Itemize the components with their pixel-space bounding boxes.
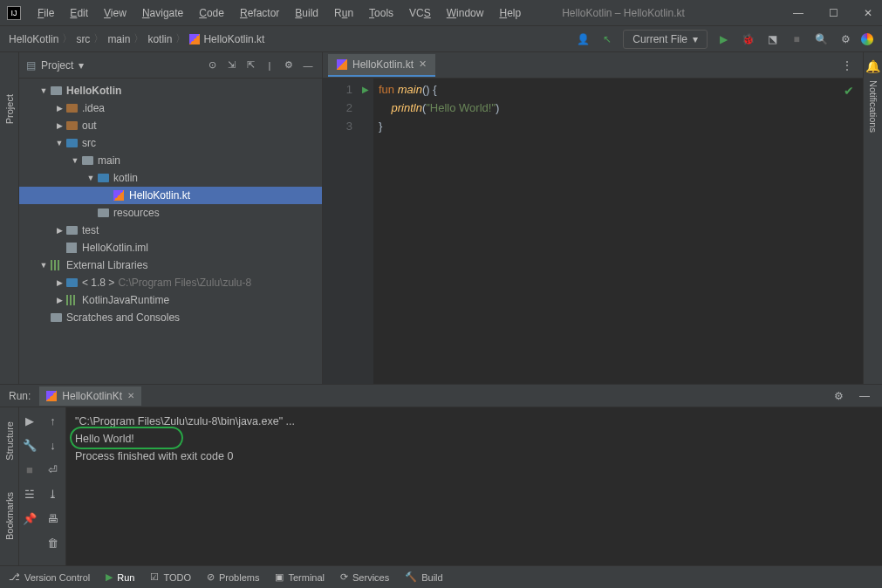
breadcrumb-item[interactable]: HelloKotlin.kt (203, 33, 264, 45)
locate-icon[interactable]: ⊙ (205, 58, 219, 72)
tree-node[interactable]: Scratches and Consoles (19, 309, 322, 326)
tree-node[interactable]: ▼src (19, 134, 322, 152)
left-tool-strip: Project (0, 52, 19, 384)
notifications-icon[interactable]: 🔔 (865, 59, 880, 73)
tree-node[interactable]: ▶test (19, 222, 322, 239)
wrap-icon[interactable]: ⏎ (45, 462, 61, 477)
close-button[interactable]: ✕ (861, 6, 875, 20)
services-tab[interactable]: ⟳Services (340, 571, 389, 583)
code-editor[interactable]: fun main() { println("Hello World!") } (373, 79, 863, 384)
close-icon[interactable]: ✕ (127, 391, 134, 400)
menu-build[interactable]: Build (289, 3, 325, 23)
add-user-icon[interactable]: 👤 (574, 31, 591, 48)
structure-tool-tab[interactable]: Structure (3, 414, 17, 468)
menu-refactor[interactable]: Refactor (234, 3, 285, 23)
console-line: Hello World! (75, 430, 873, 448)
window-controls: — ☐ ✕ (791, 6, 875, 20)
tree-node[interactable]: ▶< 1.8 >C:\Program Files\Zulu\zulu-8 (19, 274, 322, 291)
stop-button[interactable]: ■ (22, 462, 38, 477)
breadcrumb-item[interactable]: HelloKotlin (9, 33, 58, 45)
menu-edit[interactable]: Edit (64, 3, 94, 23)
tree-node[interactable]: ▶.idea (19, 99, 322, 117)
coverage-button[interactable]: ⬔ (763, 31, 781, 48)
kotlin-icon (337, 59, 347, 70)
menu-help[interactable]: Help (493, 3, 527, 23)
tree-node[interactable]: ▼main (19, 152, 322, 169)
pin-icon[interactable]: 📌 (22, 510, 38, 526)
layout-icon[interactable]: ☱ (22, 486, 38, 502)
run-tab-bottom[interactable]: ▶Run (106, 571, 134, 583)
terminal-tab[interactable]: ▣Terminal (275, 571, 325, 583)
menu-vcs[interactable]: VCS (403, 3, 437, 23)
version-control-tab[interactable]: ⎇Version Control (9, 571, 90, 583)
kotlin-icon (189, 34, 200, 44)
tree-node[interactable]: HelloKotlin.kt (19, 187, 322, 204)
settings-icon[interactable]: ⚙ (830, 387, 847, 405)
maximize-button[interactable]: ☐ (826, 6, 840, 20)
editor-more-icon[interactable]: ⋮ (831, 59, 863, 72)
project-tool-tab[interactable]: Project (3, 87, 17, 131)
run-tab-label: HelloKotlinKt (62, 390, 122, 402)
titlebar: IJ File Edit View Navigate Code Refactor… (0, 0, 882, 26)
up-arrow-icon[interactable]: ↑ (45, 413, 61, 428)
bookmarks-tool-tab[interactable]: Bookmarks (3, 485, 17, 547)
back-arrow-icon[interactable]: ↖ (598, 31, 616, 48)
console-output[interactable]: "C:\Program Files\Zulu\zulu-8\bin\java.e… (66, 407, 882, 565)
menu-tools[interactable]: Tools (363, 3, 400, 23)
hide-icon[interactable]: — (301, 58, 315, 72)
run-config-dropdown[interactable]: Current File ▾ (623, 30, 708, 49)
tree-node[interactable]: ▼kotlin (19, 169, 322, 187)
collapse-icon[interactable]: ⇱ (243, 58, 257, 72)
hide-icon[interactable]: — (856, 387, 873, 405)
debug-button[interactable]: 🐞 (739, 31, 756, 48)
editor-tab[interactable]: HelloKotlin.kt ✕ (328, 54, 435, 77)
project-panel: ▤ Project ▾ ⊙ ⇲ ⇱ | ⚙ — ▼ HelloKotlin ▶.… (19, 52, 323, 384)
jetbrains-icon[interactable] (861, 33, 873, 45)
navbar: HelloKotlin〉 src〉 main〉 kotlin〉 HelloKot… (0, 26, 882, 52)
inspection-ok-icon[interactable]: ✔ (844, 84, 854, 98)
run-tab[interactable]: HelloKotlinKt ✕ (39, 386, 141, 406)
menu-view[interactable]: View (98, 3, 133, 23)
project-panel-selector[interactable]: ▤ Project ▾ (26, 59, 84, 72)
tree-root[interactable]: ▼ HelloKotlin (19, 82, 322, 99)
expand-icon[interactable]: ⇲ (224, 58, 238, 72)
settings-icon[interactable]: ⚙ (837, 31, 854, 48)
close-tab-icon[interactable]: ✕ (419, 58, 427, 70)
menu-run[interactable]: Run (328, 3, 359, 23)
window-title: HelloKotlin – HelloKotlin.kt (562, 7, 685, 19)
project-tree[interactable]: ▼ HelloKotlin ▶.idea▶out▼src▼main▼kotlin… (19, 79, 322, 384)
tree-node[interactable]: ▼External Libraries (19, 256, 322, 274)
run-toolbar-right: ↑ ↓ ⏎ ⤓ 🖶 🗑 (40, 407, 66, 565)
breadcrumb-item[interactable]: kotlin (147, 33, 172, 45)
tree-node[interactable]: resources (19, 204, 322, 222)
editor-area: HelloKotlin.kt ✕ ⋮ 1 2 3 ▶ fun main() { … (323, 52, 863, 384)
menu-navigate[interactable]: Navigate (136, 3, 189, 23)
wrench-icon[interactable]: 🔧 (22, 437, 38, 453)
trash-icon[interactable]: 🗑 (45, 535, 61, 550)
notifications-tab[interactable]: Notifications (866, 73, 880, 140)
scroll-icon[interactable]: ⤓ (45, 486, 61, 502)
tree-node[interactable]: HelloKotlin.iml (19, 239, 322, 256)
project-panel-title: Project (41, 59, 73, 72)
run-line-marker[interactable]: ▶ (358, 80, 373, 99)
print-icon[interactable]: 🖶 (45, 510, 61, 526)
menu-window[interactable]: Window (441, 3, 490, 23)
down-arrow-icon[interactable]: ↓ (45, 437, 61, 453)
search-icon[interactable]: 🔍 (812, 31, 830, 48)
minimize-button[interactable]: — (791, 6, 805, 20)
rerun-button[interactable]: ▶ (22, 413, 38, 428)
stop-button[interactable]: ■ (788, 31, 805, 48)
tree-node[interactable]: ▶KotlinJavaRuntime (19, 291, 322, 309)
console-line: Process finished with exit code 0 (75, 448, 873, 465)
breadcrumb-item[interactable]: main (107, 33, 130, 45)
todo-tab[interactable]: ☑TODO (150, 571, 191, 583)
run-button[interactable]: ▶ (714, 31, 732, 48)
settings-icon[interactable]: ⚙ (282, 58, 296, 72)
run-gutter: ▶ (358, 79, 373, 384)
problems-tab[interactable]: ⊘Problems (207, 571, 259, 583)
build-tab[interactable]: 🔨Build (405, 571, 442, 583)
menu-file[interactable]: File (31, 3, 60, 23)
tree-node[interactable]: ▶out (19, 117, 322, 134)
menu-code[interactable]: Code (193, 3, 230, 23)
breadcrumb-item[interactable]: src (76, 33, 90, 45)
